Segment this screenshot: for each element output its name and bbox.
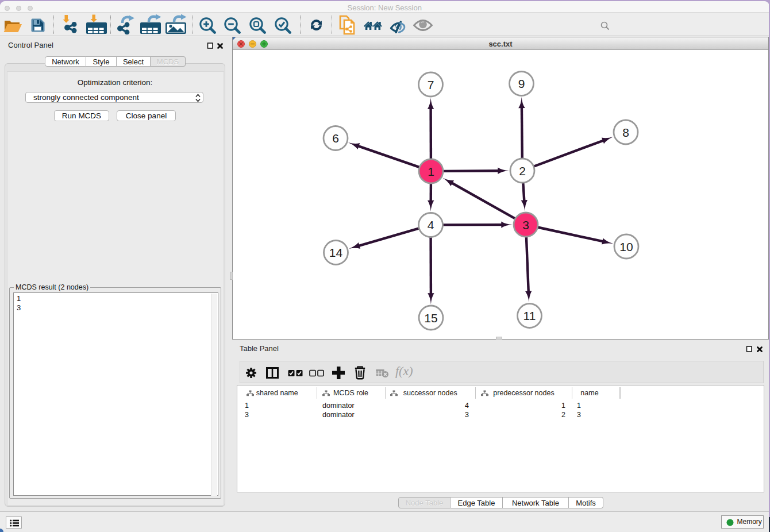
svg-text:14: 14 [329, 246, 343, 259]
svg-text:6: 6 [332, 132, 339, 145]
svg-text:15: 15 [424, 311, 437, 325]
svg-text:1: 1 [428, 165, 434, 178]
svg-text:11: 11 [523, 309, 536, 322]
svg-text:4: 4 [428, 218, 434, 232]
svg-text:3: 3 [522, 218, 529, 232]
svg-text:2: 2 [519, 164, 526, 178]
svg-text:8: 8 [622, 126, 629, 139]
svg-text:9: 9 [518, 77, 525, 90]
svg-text:10: 10 [619, 240, 633, 253]
svg-text:7: 7 [428, 78, 434, 91]
